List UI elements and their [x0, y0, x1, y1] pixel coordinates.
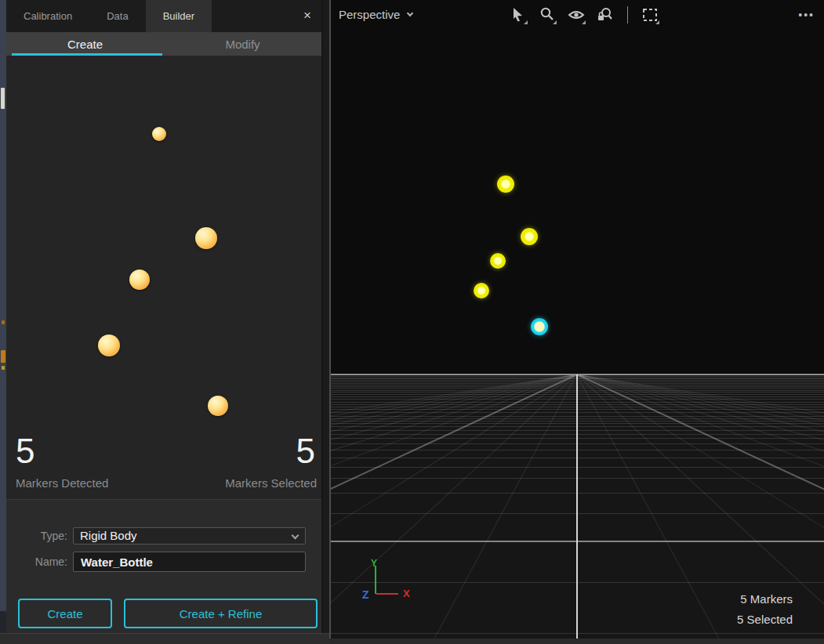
markers-detected-label: Markers Detected [16, 476, 108, 490]
chevron-down-icon [292, 532, 299, 540]
view-mode-selector[interactable]: Perspective [339, 8, 412, 21]
tool-row [510, 6, 659, 24]
preview-marker [152, 127, 166, 141]
scene-marker[interactable] [497, 175, 514, 193]
zoom-tool-icon[interactable] [539, 6, 556, 24]
dropdown-corner-icon [655, 20, 659, 24]
type-dropdown-value: Rigid Body [80, 529, 137, 542]
name-input[interactable] [73, 552, 306, 572]
panel-tab-bar: Calibration Data Builder [6, 0, 321, 32]
builder-panel: Calibration Data Builder × Create Modify… [6, 0, 323, 633]
toolbar-separator [627, 6, 628, 24]
y-axis-label: Y [371, 558, 377, 569]
tab-builder[interactable]: Builder [146, 0, 212, 32]
subtab-modify[interactable]: Modify [164, 32, 321, 56]
window-edge-strip [0, 0, 6, 644]
marquee-select-tool-icon[interactable] [641, 6, 659, 24]
markers-detected-count: 5 [16, 432, 34, 471]
create-button[interactable]: Create [18, 599, 112, 628]
x-axis-line [376, 593, 398, 595]
scene-marker[interactable] [490, 253, 506, 269]
marker-count-text: 5 Markers [737, 589, 793, 610]
scene-marker[interactable] [474, 283, 489, 298]
grid-center-axis-line [576, 374, 578, 639]
close-icon[interactable]: × [298, 6, 317, 25]
tab-data[interactable]: Data [89, 0, 145, 32]
tab-calibration[interactable]: Calibration [6, 0, 89, 32]
select-tool-icon[interactable] [510, 6, 527, 24]
create-refine-button[interactable]: Create + Refine [124, 599, 318, 628]
selected-count-text: 5 Selected [737, 610, 793, 630]
viewport-toolbar: Perspective [331, 0, 824, 31]
scene-marker-selected[interactable] [531, 318, 548, 335]
preview-marker [98, 335, 120, 356]
y-axis-line [375, 566, 376, 594]
subtab-create[interactable]: Create [6, 32, 164, 56]
dropdown-corner-icon [553, 20, 557, 24]
type-label: Type: [28, 530, 67, 542]
dropdown-corner-icon [524, 20, 528, 24]
chevron-down-icon [407, 10, 413, 16]
window-bottom-strip [329, 639, 824, 644]
edge-marker-dot [2, 320, 5, 324]
preview-marker [208, 396, 228, 416]
z-axis-label: Z [362, 588, 369, 601]
builder-subtabs: Create Modify [6, 32, 321, 56]
scene-marker[interactable] [521, 228, 538, 245]
more-options-icon[interactable]: ••• [798, 9, 815, 21]
preview-marker [129, 270, 150, 290]
follow-lock-tool-icon[interactable] [597, 6, 614, 24]
docked-panel-handle [1, 88, 5, 109]
window-bottom-strip [0, 633, 329, 644]
markers-selected-label: Markers Selected [225, 476, 317, 490]
x-axis-label: X [403, 588, 410, 599]
rigid-body-form: Type: Rigid Body Name: Create Create + R… [6, 499, 321, 633]
type-dropdown[interactable]: Rigid Body [73, 527, 306, 545]
name-label: Name: [28, 555, 67, 568]
edge-marker-block [1, 350, 5, 363]
edge-marker-dot [2, 366, 5, 370]
preview-marker [195, 227, 217, 249]
visibility-tool-icon[interactable] [568, 6, 585, 24]
selection-count-overlay: 5 Markers 5 Selected [737, 589, 793, 630]
perspective-viewport[interactable]: Perspective [329, 0, 824, 639]
marker-preview-canvas: 5 5 Markers Detected Markers Selected [6, 56, 321, 499]
markers-selected-count: 5 [296, 432, 315, 471]
dropdown-corner-icon [582, 20, 586, 24]
view-mode-label: Perspective [339, 8, 400, 21]
